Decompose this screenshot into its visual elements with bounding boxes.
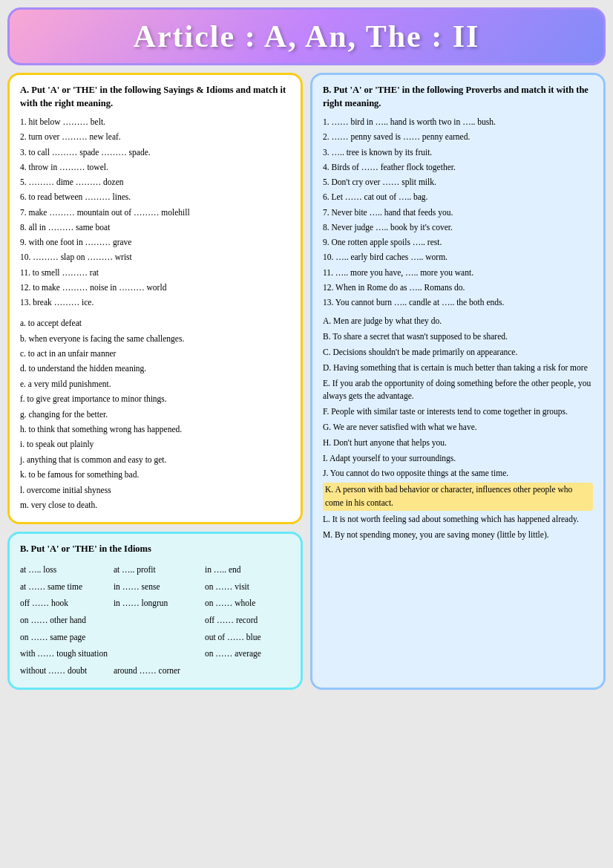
list-item: 9. with one foot in ……… grave xyxy=(20,236,290,249)
meaning-item: i. to speak out plainly xyxy=(20,437,290,451)
list-item: 8. Never judge ….. book by it's cover. xyxy=(323,221,593,234)
idiom-item: at …… same time xyxy=(20,579,108,595)
list-item: 11. ….. more you have, ….. more you want… xyxy=(323,267,593,279)
meaning-item: I. Adapt yourself to your surroundings. xyxy=(323,452,593,466)
meaning-item: m. very close to death. xyxy=(20,498,290,512)
section-a-title: A. Put 'A' or 'THE' in the following Say… xyxy=(20,84,290,110)
list-item: 5. ……… dime ……… dozen xyxy=(20,176,290,189)
meaning-item: A. Men are judge by what they do. xyxy=(323,315,593,328)
list-item: 11. to smell ……… rat xyxy=(20,267,290,279)
meaning-item: d. to understand the hidden meaning. xyxy=(20,362,290,375)
idiom-item: in …… sense xyxy=(114,579,199,595)
meaning-item: B. To share a secret that wasn't suppose… xyxy=(323,330,593,344)
idiom-item: on …… other hand xyxy=(20,613,108,628)
list-item: 10. ……… slap on ……… wrist xyxy=(20,251,290,264)
idiom-item: on …… same page xyxy=(20,630,108,645)
idiom-item: on …… average xyxy=(205,646,290,662)
meaning-item: F. People with similar taste or interest… xyxy=(323,405,593,419)
list-item: 6. Let …… cat out of ….. bag. xyxy=(323,191,593,203)
list-item: 3. to call ……… spade ……… spade. xyxy=(20,146,290,159)
list-item: 12. to make ……… noise in ……… world xyxy=(20,281,290,294)
list-item: 4. throw in ……… towel. xyxy=(20,161,290,174)
meaning-item: L. It is not worth feeling sad about som… xyxy=(323,513,593,526)
list-item: 1. …… bird in ….. hand is worth two in …… xyxy=(323,116,593,128)
idiom-item: around …… corner xyxy=(114,663,199,679)
section-b-right-title: B. Put 'A' or 'THE' in the following Pro… xyxy=(323,84,593,110)
idiom-item: out of …… blue xyxy=(205,630,290,645)
list-item: 12. When in Rome do as ….. Romans do. xyxy=(323,281,593,294)
list-item: 7. make ……… mountain out of ……… molehill xyxy=(20,206,290,219)
meaning-item: J. You cannot do two opposite things at … xyxy=(323,467,593,480)
meaning-item: h. to think that something wrong has hap… xyxy=(20,422,290,436)
meaning-item: l. overcome initial shyness xyxy=(20,483,290,497)
meaning-item: M. By not spending money, you are saving… xyxy=(323,529,593,542)
meaning-item: j. anything that is common and easy to g… xyxy=(20,453,290,466)
idiom-item: at ….. loss xyxy=(20,562,108,578)
list-item: 2. turn over ……… new leaf. xyxy=(20,131,290,143)
list-item: 4. Birds of …… feather flock together. xyxy=(323,161,593,174)
meaning-item: b. when everyone is facing the same chal… xyxy=(20,332,290,345)
meaning-item: C. Decisions shouldn't be made primarily… xyxy=(323,346,593,359)
idiom-item: on …… whole xyxy=(205,595,290,611)
meaning-item: f. to give great importance to minor thi… xyxy=(20,392,290,405)
idiom-item: at ….. profit xyxy=(114,562,199,578)
page-title: Article : A, An, The : II xyxy=(24,19,589,54)
idiom-item: off …… hook xyxy=(20,595,108,611)
list-item: 13. You cannot burn ….. candle at ….. th… xyxy=(323,296,593,309)
meaning-item: D. Having something that is certain is m… xyxy=(323,362,593,375)
idiom-item xyxy=(114,613,199,628)
idiom-item xyxy=(114,630,199,645)
list-item: 7. Never bite ….. hand that feeds you. xyxy=(323,206,593,219)
meaning-item: K. A person with bad behavior or charact… xyxy=(323,483,593,511)
idiom-item: on …… visit xyxy=(205,579,290,595)
sayings-list: 1. hit below ……… belt.2. turn over ……… n… xyxy=(20,116,290,309)
meanings-list-a: a. to accept defeatb. when everyone is f… xyxy=(20,316,290,512)
meaning-item: G. We are never satisfied with what we h… xyxy=(323,421,593,434)
proverbs-list: 1. …… bird in ….. hand is worth two in …… xyxy=(323,116,593,309)
idiom-item xyxy=(205,663,290,679)
list-item: 1. hit below ……… belt. xyxy=(20,116,290,128)
meaning-item: E. If you arab the opportunity of doing … xyxy=(323,377,593,404)
section-a-sayings: A. Put 'A' or 'THE' in the following Say… xyxy=(7,73,303,524)
meaning-item: c. to act in an unfair manner xyxy=(20,347,290,360)
list-item: 5. Don't cry over …… split milk. xyxy=(323,176,593,189)
idiom-item: in ….. end xyxy=(205,562,290,578)
section-b-left-title: B. Put 'A' or 'THE' in the Idioms xyxy=(20,543,290,556)
list-item: 9. One rotten apple spoils ….. rest. xyxy=(323,236,593,249)
idioms-grid: at ….. lossat ….. profitin ….. endat …… … xyxy=(20,562,290,679)
meaning-item: k. to be famous for something bad. xyxy=(20,468,290,481)
idiom-item: without …… doubt xyxy=(20,663,108,679)
answers-list-b: A. Men are judge by what they do.B. To s… xyxy=(323,315,593,541)
meaning-item: e. a very mild punishment. xyxy=(20,377,290,391)
idiom-item: in …… longrun xyxy=(114,595,199,611)
idiom-item xyxy=(114,646,199,662)
title-bar: Article : A, An, The : II xyxy=(7,7,606,65)
section-b-idioms: B. Put 'A' or 'THE' in the Idioms at …..… xyxy=(7,532,303,689)
list-item: 13. break ……… ice. xyxy=(20,296,290,309)
idiom-item: with …… tough situation xyxy=(20,646,108,662)
list-item: 6. to read between ……… lines. xyxy=(20,191,290,203)
list-item: 10. ….. early bird caches ….. worm. xyxy=(323,251,593,264)
list-item: 8. all in ……… same boat xyxy=(20,221,290,234)
meaning-item: g. changing for the better. xyxy=(20,408,290,421)
idiom-item: off …… record xyxy=(205,613,290,628)
list-item: 2. …… penny saved is …… penny earned. xyxy=(323,131,593,143)
section-b-proverbs: B. Put 'A' or 'THE' in the following Pro… xyxy=(310,73,606,690)
meaning-item: a. to accept defeat xyxy=(20,316,290,330)
meaning-item: H. Don't hurt anyone that helps you. xyxy=(323,437,593,450)
list-item: 3. ….. tree is known by its fruit. xyxy=(323,146,593,159)
